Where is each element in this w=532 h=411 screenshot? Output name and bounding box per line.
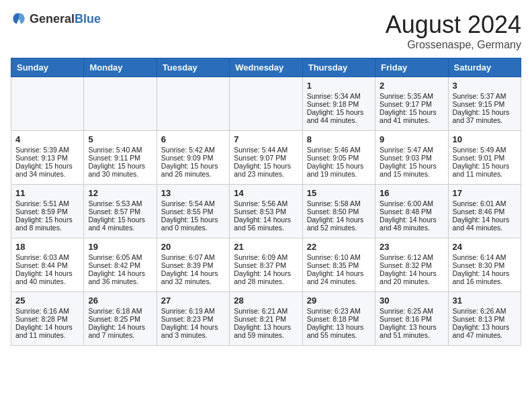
sunset-text: Sunset: 8:32 PM [380,261,443,269]
daylight-text: Daylight: 14 hours and 3 minutes. [161,323,225,339]
day-number: 1 [307,81,371,91]
sunrise-text: Sunrise: 6:19 AM [161,307,225,315]
sunrise-text: Sunrise: 5:49 AM [453,146,517,154]
sunrise-text: Sunrise: 5:56 AM [234,199,298,208]
calendar-cell: 18Sunrise: 6:03 AMSunset: 8:44 PMDayligh… [11,238,84,292]
sunset-text: Sunset: 9:18 PM [307,100,371,108]
title-area: August 2024 Grossenaspe, Germany [386,11,521,51]
sunset-text: Sunset: 8:50 PM [307,208,371,216]
calendar-cell [11,77,84,131]
sunrise-text: Sunrise: 5:34 AM [307,92,371,100]
daylight-text: Daylight: 14 hours and 16 minutes. [453,269,517,285]
sunrise-text: Sunrise: 6:25 AM [380,307,443,315]
calendar-cell: 15Sunrise: 5:58 AMSunset: 8:50 PMDayligh… [302,185,375,238]
sunset-text: Sunset: 8:37 PM [234,261,298,269]
sunrise-text: Sunrise: 5:37 AM [453,92,517,100]
sunset-text: Sunset: 8:28 PM [15,315,79,323]
calendar-cell: 2Sunrise: 5:35 AMSunset: 9:17 PMDaylight… [375,77,448,131]
calendar-cell: 19Sunrise: 6:05 AMSunset: 8:42 PMDayligh… [84,238,157,292]
calendar-cell: 1Sunrise: 5:34 AMSunset: 9:18 PMDaylight… [302,77,375,131]
calendar-cell: 30Sunrise: 6:25 AMSunset: 8:16 PMDayligh… [375,292,448,346]
daylight-text: Daylight: 13 hours and 55 minutes. [307,323,371,339]
daylight-text: Daylight: 15 hours and 4 minutes. [88,216,152,232]
day-number: 11 [15,188,79,198]
daylight-text: Daylight: 15 hours and 26 minutes. [161,162,225,178]
calendar-cell: 4Sunrise: 5:39 AMSunset: 9:13 PMDaylight… [11,131,84,185]
calendar-cell: 13Sunrise: 5:54 AMSunset: 8:55 PMDayligh… [157,185,229,238]
day-number: 24 [453,242,517,252]
calendar-cell: 11Sunrise: 5:51 AMSunset: 8:59 PMDayligh… [11,185,84,238]
sunrise-text: Sunrise: 6:16 AM [15,307,79,315]
sunrise-text: Sunrise: 6:14 AM [453,253,517,261]
day-number: 21 [234,242,298,252]
sunset-text: Sunset: 9:05 PM [307,154,371,162]
calendar-cell: 12Sunrise: 5:53 AMSunset: 8:57 PMDayligh… [84,185,157,238]
calendar-cell: 6Sunrise: 5:42 AMSunset: 9:09 PMDaylight… [157,131,229,185]
calendar-cell: 3Sunrise: 5:37 AMSunset: 9:15 PMDaylight… [448,77,521,131]
daylight-text: Daylight: 13 hours and 47 minutes. [453,323,517,339]
calendar-cell: 5Sunrise: 5:40 AMSunset: 9:11 PMDaylight… [84,131,157,185]
day-number: 30 [380,295,443,306]
weekday-header-thursday: Thursday [302,58,375,77]
sunset-text: Sunset: 8:48 PM [380,208,443,216]
day-number: 12 [88,188,152,198]
sunset-text: Sunset: 8:59 PM [15,208,79,216]
day-number: 23 [380,242,443,252]
sunrise-text: Sunrise: 5:42 AM [161,146,225,154]
day-number: 29 [307,295,371,306]
day-number: 4 [15,134,79,144]
sunrise-text: Sunrise: 5:39 AM [15,146,79,154]
calendar-cell [84,77,157,131]
weekday-header-saturday: Saturday [448,58,521,77]
day-number: 10 [453,134,517,144]
daylight-text: Daylight: 14 hours and 28 minutes. [234,269,298,285]
day-number: 7 [234,134,298,144]
calendar-cell: 14Sunrise: 5:56 AMSunset: 8:53 PMDayligh… [230,185,302,238]
sunset-text: Sunset: 8:13 PM [453,315,517,323]
daylight-text: Daylight: 14 hours and 52 minutes. [307,216,371,232]
logo: GeneralBlue [11,11,101,27]
calendar-cell: 22Sunrise: 6:10 AMSunset: 8:35 PMDayligh… [302,238,375,292]
calendar-cell: 9Sunrise: 5:47 AMSunset: 9:03 PMDaylight… [375,131,448,185]
day-number: 27 [161,295,225,306]
sunset-text: Sunset: 8:21 PM [234,315,298,323]
daylight-text: Daylight: 15 hours and 19 minutes. [307,162,371,178]
sunset-text: Sunset: 8:53 PM [234,208,298,216]
day-number: 17 [453,188,517,198]
sunset-text: Sunset: 8:57 PM [88,208,152,216]
sunrise-text: Sunrise: 6:10 AM [307,253,371,261]
day-number: 8 [307,134,371,144]
sunset-text: Sunset: 8:16 PM [380,315,443,323]
day-number: 6 [161,134,225,144]
calendar-cell: 16Sunrise: 6:00 AMSunset: 8:48 PMDayligh… [375,185,448,238]
sunset-text: Sunset: 8:46 PM [453,208,517,216]
weekday-header-tuesday: Tuesday [157,58,229,77]
sunrise-text: Sunrise: 6:21 AM [234,307,298,315]
sunrise-text: Sunrise: 6:18 AM [88,307,152,315]
sunset-text: Sunset: 9:15 PM [453,100,517,108]
logo-general: General [30,12,75,26]
sunset-text: Sunset: 8:23 PM [161,315,225,323]
daylight-text: Daylight: 15 hours and 15 minutes. [380,162,443,178]
daylight-text: Daylight: 15 hours and 34 minutes. [15,162,79,178]
daylight-text: Daylight: 15 hours and 8 minutes. [15,216,79,232]
daylight-text: Daylight: 14 hours and 56 minutes. [234,216,298,232]
sunrise-text: Sunrise: 5:58 AM [307,199,371,208]
calendar-cell: 24Sunrise: 6:14 AMSunset: 8:30 PMDayligh… [448,238,521,292]
sunset-text: Sunset: 8:25 PM [88,315,152,323]
day-number: 5 [88,134,152,144]
calendar-cell: 8Sunrise: 5:46 AMSunset: 9:05 PMDaylight… [302,131,375,185]
calendar-cell: 7Sunrise: 5:44 AMSunset: 9:07 PMDaylight… [230,131,302,185]
sunset-text: Sunset: 9:03 PM [380,154,443,162]
sunset-text: Sunset: 9:17 PM [380,100,443,108]
calendar-cell: 17Sunrise: 6:01 AMSunset: 8:46 PMDayligh… [448,185,521,238]
calendar-cell: 23Sunrise: 6:12 AMSunset: 8:32 PMDayligh… [375,238,448,292]
sunrise-text: Sunrise: 5:46 AM [307,146,371,154]
sunrise-text: Sunrise: 6:01 AM [453,199,517,208]
daylight-text: Daylight: 15 hours and 44 minutes. [307,108,371,124]
calendar-cell: 27Sunrise: 6:19 AMSunset: 8:23 PMDayligh… [157,292,229,346]
day-number: 15 [307,188,371,198]
day-number: 18 [15,242,79,252]
calendar-cell: 25Sunrise: 6:16 AMSunset: 8:28 PMDayligh… [11,292,84,346]
day-number: 13 [161,188,225,198]
